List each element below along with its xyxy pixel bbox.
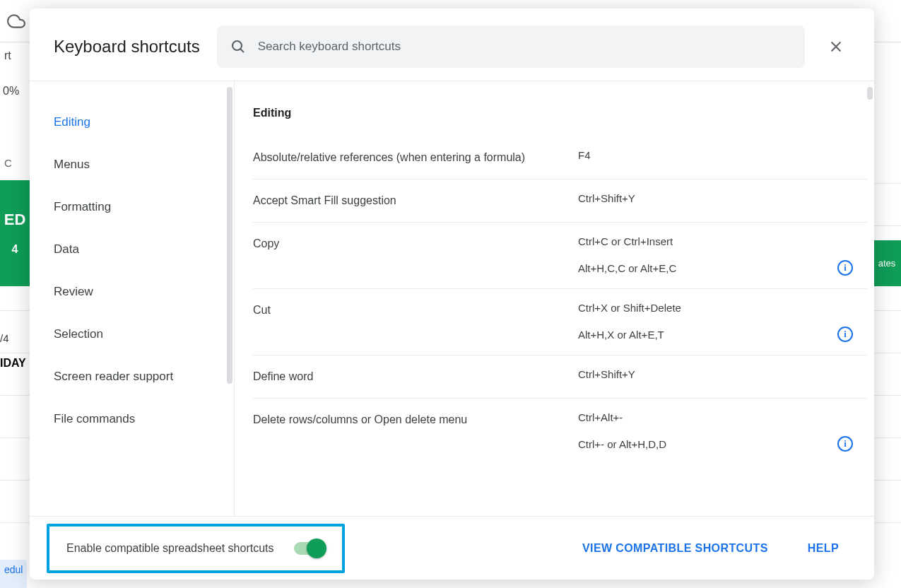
shortcut-row: Delete rows/columns or Open delete menu … — [253, 399, 867, 464]
cloud-save-icon — [7, 12, 25, 30]
bg-cell-text-2: IDAY — [0, 357, 26, 370]
sidebar-scrollbar[interactable] — [227, 87, 232, 384]
info-icon[interactable]: i — [837, 436, 853, 452]
bg-zoom-percent: 0% — [3, 85, 19, 98]
dialog-body: Editing Menus Formatting Data Review Sel… — [30, 81, 874, 516]
shortcut-row: Accept Smart Fill suggestion Ctrl+Shift+… — [253, 180, 867, 223]
dialog-footer: Enable compatible spreadsheet shortcuts … — [30, 516, 874, 580]
sidebar-item-data[interactable]: Data — [30, 228, 234, 271]
sidebar-item-review[interactable]: Review — [30, 271, 234, 313]
compatible-toggle-label: Enable compatible spreadsheet shortcuts — [66, 542, 274, 555]
shortcut-name: Accept Smart Fill suggestion — [253, 192, 564, 209]
shortcut-keys: Ctrl+X or Shift+Delete Alt+H,X or Alt+E,… — [578, 302, 867, 342]
shortcut-row: Copy Ctrl+C or Ctrl+Insert Alt+H,C,C or … — [253, 223, 867, 289]
svg-line-1 — [240, 49, 244, 52]
shortcut-keys: Ctrl+Alt+- Ctrl+- or Alt+H,D,D i — [578, 411, 867, 452]
svg-point-0 — [232, 41, 242, 50]
bg-cell-text-1: /4 — [0, 332, 9, 344]
view-compatible-link[interactable]: VIEW COMPATIBLE SHORTCUTS — [582, 542, 768, 555]
shortcut-name: Delete rows/columns or Open delete menu — [253, 411, 564, 428]
bg-green-cell-right: ates — [873, 240, 901, 286]
shortcut-name: Absolute/relative references (when enter… — [253, 149, 564, 166]
toggle-knob — [307, 539, 326, 558]
shortcut-keys: Ctrl+C or Ctrl+Insert Alt+H,C,C or Alt+E… — [578, 235, 867, 276]
footer-links: VIEW COMPATIBLE SHORTCUTS HELP — [582, 542, 839, 555]
shortcut-row: Cut Ctrl+X or Shift+Delete Alt+H,X or Al… — [253, 289, 867, 355]
shortcut-keys: Ctrl+Shift+Y — [578, 368, 867, 380]
bg-sheet-tab: edul — [0, 560, 27, 588]
sidebar-item-editing[interactable]: Editing — [30, 101, 234, 143]
bg-text-rt: rt — [4, 49, 11, 62]
shortcut-keys: Ctrl+Shift+Y — [578, 192, 867, 204]
help-link[interactable]: HELP — [808, 542, 839, 555]
info-icon[interactable]: i — [837, 327, 853, 342]
sidebar-item-formatting[interactable]: Formatting — [30, 186, 234, 228]
shortcuts-content: Editing Absolute/relative references (wh… — [235, 81, 874, 516]
sidebar-item-screen-reader[interactable]: Screen reader support — [30, 355, 234, 398]
close-icon — [828, 39, 844, 54]
search-input[interactable] — [258, 40, 792, 54]
shortcut-keys: F4 — [578, 149, 867, 161]
search-box[interactable] — [217, 25, 805, 68]
bg-green-cell-left: ED 4 — [0, 180, 30, 286]
compatible-toggle[interactable] — [294, 542, 325, 555]
info-icon[interactable]: i — [837, 260, 853, 276]
sidebar-item-selection[interactable]: Selection — [30, 313, 234, 355]
shortcut-row: Absolute/relative references (when enter… — [253, 136, 867, 180]
sidebar-item-menus[interactable]: Menus — [30, 143, 234, 186]
category-sidebar: Editing Menus Formatting Data Review Sel… — [30, 81, 235, 516]
close-button[interactable] — [822, 33, 850, 61]
shortcut-name: Copy — [253, 235, 564, 252]
compatible-shortcuts-highlight: Enable compatible spreadsheet shortcuts — [47, 524, 345, 573]
content-scrollbar[interactable] — [867, 87, 873, 100]
shortcut-name: Define word — [253, 368, 564, 385]
sidebar-item-file-commands[interactable]: File commands — [30, 398, 234, 440]
shortcut-name: Cut — [253, 302, 564, 319]
section-title: Editing — [253, 107, 867, 119]
shortcut-row: Define word Ctrl+Shift+Y — [253, 355, 867, 399]
search-icon — [230, 38, 247, 55]
dialog-title: Keyboard shortcuts — [54, 37, 200, 57]
dialog-header: Keyboard shortcuts — [30, 8, 874, 81]
keyboard-shortcuts-dialog: Keyboard shortcuts Editing Menus Fo — [30, 8, 874, 580]
